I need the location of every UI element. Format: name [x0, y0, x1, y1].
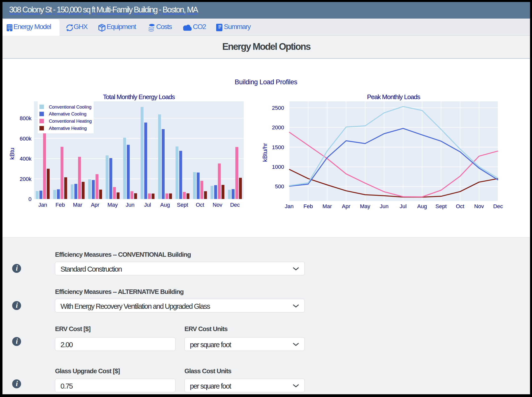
svg-text:kBtu: kBtu — [9, 148, 15, 160]
svg-text:400k: 400k — [20, 156, 32, 162]
svg-text:500: 500 — [275, 183, 284, 190]
svg-text:Dec: Dec — [230, 202, 240, 208]
svg-text:i: i — [16, 301, 18, 309]
svg-text:2000: 2000 — [272, 124, 284, 131]
svg-text:Alternative Cooling: Alternative Cooling — [49, 111, 86, 116]
svg-text:Jul: Jul — [144, 202, 151, 208]
svg-text:Conventional Cooling: Conventional Cooling — [49, 104, 91, 110]
svg-text:Total Monthly Energy Loads: Total Monthly Energy Loads — [103, 93, 175, 101]
svg-text:Jun: Jun — [126, 202, 134, 208]
svg-text:Aug: Aug — [417, 203, 427, 209]
svg-text:Building Load Profiles: Building Load Profiles — [235, 78, 297, 86]
svg-text:Jan: Jan — [38, 202, 47, 208]
svg-text:2500: 2500 — [272, 105, 284, 111]
svg-text:Jan: Jan — [285, 203, 294, 209]
svg-text:Mar: Mar — [323, 203, 332, 209]
svg-text:May: May — [360, 203, 370, 209]
svg-text:200k: 200k — [20, 176, 32, 182]
svg-text:Jul: Jul — [400, 203, 407, 209]
svg-text:Sept: Sept — [436, 203, 447, 209]
svg-text:Nov: Nov — [474, 203, 484, 209]
svg-text:i: i — [16, 379, 18, 388]
svg-text:1500: 1500 — [272, 144, 284, 150]
svg-text:i: i — [16, 337, 18, 345]
svg-text:Apr: Apr — [342, 203, 350, 209]
svg-text:Apr: Apr — [91, 202, 99, 208]
svg-text:Oct: Oct — [196, 202, 204, 208]
svg-text:0: 0 — [29, 196, 31, 202]
svg-text:Mar: Mar — [73, 202, 82, 208]
svg-text:May: May — [107, 202, 118, 208]
svg-text:Feb: Feb — [303, 203, 313, 209]
svg-text:1000: 1000 — [272, 164, 284, 170]
svg-text:800k: 800k — [20, 115, 32, 121]
svg-text:Aug: Aug — [160, 202, 170, 208]
svg-text:Jun: Jun — [380, 203, 388, 209]
svg-text:Peak Monthly Loads: Peak Monthly Loads — [367, 93, 420, 101]
svg-text:kBtu/hr: kBtu/hr — [262, 143, 268, 162]
svg-text:Dec: Dec — [493, 203, 503, 209]
svg-text:i: i — [16, 264, 18, 272]
svg-text:Oct: Oct — [456, 203, 464, 209]
svg-text:Nov: Nov — [213, 202, 222, 208]
svg-text:Sept: Sept — [177, 202, 188, 208]
svg-text:Conventional Heating: Conventional Heating — [49, 118, 92, 124]
svg-text:600k: 600k — [20, 136, 32, 142]
svg-text:Alternative Heating: Alternative Heating — [49, 126, 87, 131]
svg-text:Feb: Feb — [56, 202, 65, 208]
